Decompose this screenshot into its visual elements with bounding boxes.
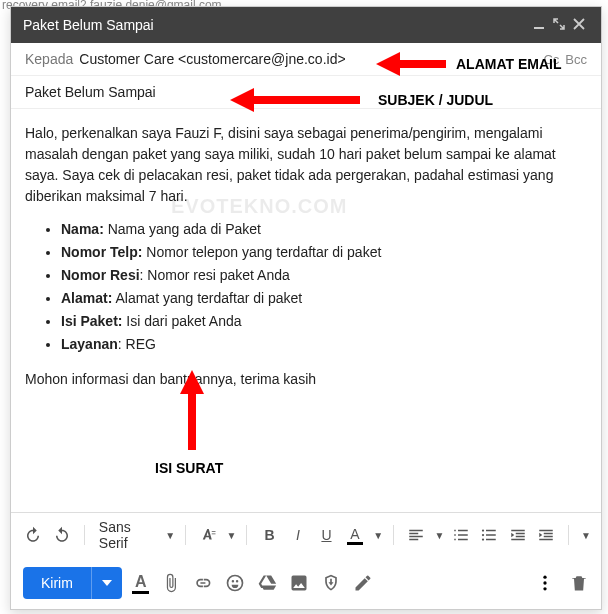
body-list: Nama: Nama yang ada di Paket Nomor Telp:… [61,219,587,355]
body-closing: Mohon informasi dan bantuannya, terima k… [25,369,587,390]
email-body[interactable]: EVOTEKNO.COM Halo, perkenalkan saya Fauz… [11,109,601,512]
svg-point-3 [482,538,484,540]
undo-icon[interactable] [21,521,45,549]
header-fields: Kepada Customer Care <customercare@jne.c… [11,43,601,109]
underline-icon[interactable]: U [314,521,338,549]
chevron-down-icon[interactable]: ▼ [581,530,591,541]
svg-marker-4 [102,580,112,586]
to-value: Customer Care <customercare@jne.co.id> [79,51,537,67]
bcc-link[interactable]: Bcc [565,52,587,67]
subject-row[interactable]: Paket Belum Sampai [11,75,601,108]
list-item: Alamat: Alamat yang terdaftar di paket [61,288,587,309]
bullet-list-icon[interactable] [477,521,501,549]
list-item: Nama: Nama yang ada di Paket [61,219,587,240]
list-item: Isi Paket: Isi dari paket Anda [61,311,587,332]
font-select[interactable]: Sans Serif [95,519,159,551]
list-item: Nomor Telp: Nomor telepon yang terdaftar… [61,242,587,263]
body-intro: Halo, perkenalkan saya Fauzi F, disini s… [25,123,587,207]
drive-icon[interactable] [257,573,277,593]
link-icon[interactable] [193,573,213,593]
send-label[interactable]: Kirim [23,567,91,599]
svg-point-6 [543,581,546,584]
image-icon[interactable] [289,573,309,593]
compose-window: Paket Belum Sampai Kepada Customer Care … [10,6,602,610]
chevron-down-icon[interactable]: ▼ [165,530,175,541]
cc-link[interactable]: Cc [543,52,559,67]
font-size-icon[interactable] [196,521,220,549]
format-toolbar: Sans Serif▼ ▼ B I U A▼ ▼ ▼ [11,512,601,557]
subject-value: Paket Belum Sampai [25,84,156,100]
trash-icon[interactable] [569,573,589,593]
svg-point-1 [482,529,484,531]
chevron-down-icon[interactable]: ▼ [227,530,237,541]
indent-less-icon[interactable] [505,521,529,549]
formatting-toggle-icon[interactable]: A [132,573,150,594]
italic-icon[interactable]: I [286,521,310,549]
to-label: Kepada [25,51,73,67]
send-button[interactable]: Kirim [23,567,122,599]
send-options-icon[interactable] [91,567,122,599]
compose-title: Paket Belum Sampai [23,17,154,33]
more-icon[interactable] [535,573,555,593]
minimize-icon[interactable] [529,17,549,33]
indent-more-icon[interactable] [534,521,558,549]
close-icon[interactable] [569,17,589,33]
compose-titlebar: Paket Belum Sampai [11,7,601,43]
list-item: Layanan: REG [61,334,587,355]
text-color-icon[interactable]: A [343,521,367,549]
chevron-down-icon[interactable]: ▼ [373,530,383,541]
list-item: Nomor Resi: Nomor resi paket Anda [61,265,587,286]
emoji-icon[interactable] [225,573,245,593]
align-icon[interactable] [404,521,428,549]
chevron-down-icon[interactable]: ▼ [434,530,444,541]
redo-icon[interactable] [49,521,73,549]
svg-point-2 [482,534,484,536]
svg-point-5 [543,576,546,579]
expand-icon[interactable] [549,17,569,33]
pen-icon[interactable] [353,573,373,593]
send-row: Kirim A [11,557,601,609]
confidential-icon[interactable] [321,573,341,593]
svg-rect-0 [534,27,544,29]
bold-icon[interactable]: B [257,521,281,549]
to-row[interactable]: Kepada Customer Care <customercare@jne.c… [11,43,601,75]
svg-point-7 [543,587,546,590]
attach-icon[interactable] [161,573,181,593]
numbered-list-icon[interactable] [448,521,472,549]
